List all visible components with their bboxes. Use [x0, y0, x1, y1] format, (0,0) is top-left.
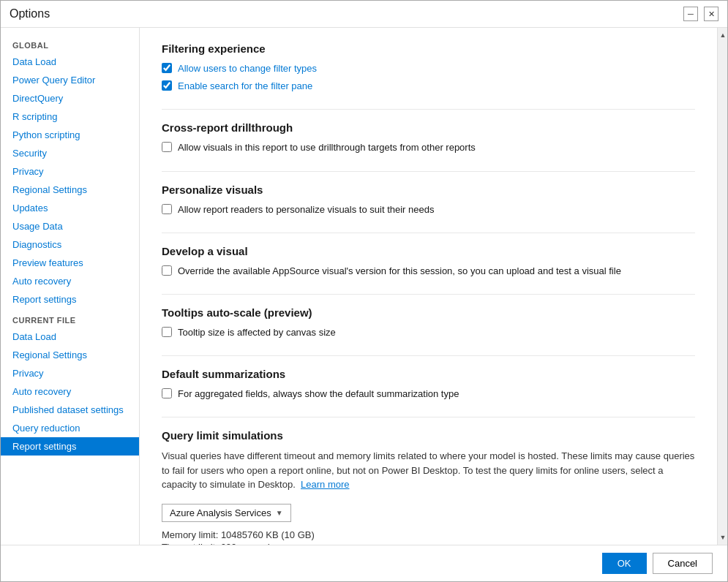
checkbox-label-tooltip-canvas: Tooltip size is affected by canvas size [178, 326, 336, 339]
options-window: Options ─ ✕ GLOBAL Data Load Power Query… [0, 0, 728, 582]
sidebar-item-updates[interactable]: Updates [1, 199, 139, 217]
cross-report-drillthrough-title: Cross-report drillthrough [162, 121, 695, 134]
sidebar-item-python-scripting[interactable]: Python scripting [1, 126, 139, 144]
divider-2 [162, 171, 695, 172]
query-limit-title: Query limit simulations [162, 429, 695, 442]
divider-5 [162, 355, 695, 356]
section-query-limit: Query limit simulations Visual queries h… [162, 429, 695, 545]
checkbox-label-allow-filter-types: Allow users to change filter types [178, 62, 317, 75]
section-filtering-experience: Filtering experience Allow users to chan… [162, 42, 695, 93]
sidebar-item-power-query-editor[interactable]: Power Query Editor [1, 71, 139, 89]
section-develop-visual: Develop a visual Override the available … [162, 245, 695, 278]
checkbox-develop-visual[interactable] [162, 265, 172, 276]
global-section-label: GLOBAL [1, 34, 139, 53]
window-title: Options [10, 7, 50, 20]
sidebar-item-security[interactable]: Security [1, 144, 139, 162]
checkbox-label-personalize: Allow report readers to personalize visu… [178, 203, 434, 216]
sidebar-item-cf-regional-settings[interactable]: Regional Settings [1, 346, 139, 364]
checkbox-personalize[interactable] [162, 204, 172, 214]
sidebar-item-usage-data[interactable]: Usage Data [1, 217, 139, 235]
checkbox-enable-search-filter[interactable] [162, 80, 172, 91]
sidebar-item-report-settings[interactable]: Report settings [1, 290, 139, 309]
checkbox-row-drillthrough: Allow visuals in this report to use dril… [162, 141, 695, 154]
default-summarizations-title: Default summarizations [162, 368, 695, 380]
cancel-button[interactable]: Cancel [653, 553, 713, 574]
personalize-visuals-title: Personalize visuals [162, 184, 695, 196]
checkbox-row-allow-filter-types: Allow users to change filter types [162, 62, 695, 75]
checkbox-tooltip-canvas[interactable] [162, 327, 172, 337]
checkbox-label-develop-visual: Override the available AppSource visual'… [178, 265, 621, 278]
query-limit-description: Visual queries have different timeout an… [162, 449, 695, 492]
sidebar-item-privacy[interactable]: Privacy [1, 162, 139, 181]
checkbox-label-drillthrough: Allow visuals in this report to use dril… [178, 141, 476, 154]
section-personalize-visuals: Personalize visuals Allow report readers… [162, 184, 695, 216]
checkbox-label-enable-search-filter: Enable search for the filter pane [178, 80, 312, 93]
checkbox-allow-filter-types[interactable] [162, 63, 172, 73]
content-area: GLOBAL Data Load Power Query Editor Dire… [1, 28, 727, 545]
sidebar-item-auto-recovery[interactable]: Auto recovery [1, 272, 139, 290]
divider-6 [162, 417, 695, 417]
sidebar-item-preview-features[interactable]: Preview features [1, 254, 139, 272]
checkbox-row-enable-search-filter: Enable search for the filter pane [162, 80, 695, 93]
checkbox-drillthrough[interactable] [162, 142, 172, 152]
divider-1 [162, 109, 695, 110]
checkbox-row-develop-visual: Override the available AppSource visual'… [162, 265, 695, 278]
title-bar: Options ─ ✕ [1, 1, 727, 28]
sidebar-item-regional-settings[interactable]: Regional Settings [1, 181, 139, 199]
sidebar-item-cf-report-settings[interactable]: Report settings [1, 437, 139, 456]
sidebar-item-cf-privacy[interactable]: Privacy [1, 364, 139, 382]
checkbox-row-personalize: Allow report readers to personalize visu… [162, 203, 695, 216]
sidebar-item-diagnostics[interactable]: Diagnostics [1, 235, 139, 254]
learn-more-link[interactable]: Learn more [301, 479, 349, 490]
section-cross-report-drillthrough: Cross-report drillthrough Allow visuals … [162, 121, 695, 154]
divider-3 [162, 233, 695, 233]
current-file-section-label: CURRENT FILE [1, 309, 139, 328]
main-content: Filtering experience Allow users to chan… [140, 28, 717, 545]
scroll-controls: ▲ ▼ [717, 28, 727, 545]
develop-visual-title: Develop a visual [162, 245, 695, 257]
sidebar-item-cf-auto-recovery[interactable]: Auto recovery [1, 382, 139, 401]
minimize-button[interactable]: ─ [683, 7, 698, 21]
tooltips-auto-scale-title: Tooltips auto-scale (preview) [162, 306, 695, 319]
section-tooltips-auto-scale: Tooltips auto-scale (preview) Tooltip si… [162, 306, 695, 339]
footer: OK Cancel [1, 545, 727, 581]
sidebar-item-r-scripting[interactable]: R scripting [1, 107, 139, 126]
main-panel: Filtering experience Allow users to chan… [140, 28, 717, 545]
section-default-summarizations: Default summarizations For aggregated fi… [162, 368, 695, 401]
dropdown-arrow-icon: ▼ [276, 509, 283, 517]
window-controls: ─ ✕ [683, 7, 718, 21]
sidebar-item-cf-query-reduction[interactable]: Query reduction [1, 419, 139, 437]
sidebar-item-data-load[interactable]: Data Load [1, 53, 139, 71]
checkbox-row-tooltip-canvas: Tooltip size is affected by canvas size [162, 326, 695, 339]
azure-analysis-services-dropdown[interactable]: Azure Analysis Services ▼ [162, 504, 291, 522]
scroll-down-button[interactable]: ▼ [718, 532, 727, 543]
checkbox-row-summarization: For aggregated fields, always show the d… [162, 388, 695, 401]
dropdown-selected-value: Azure Analysis Services [170, 507, 271, 518]
divider-4 [162, 294, 695, 295]
scroll-up-button[interactable]: ▲ [718, 29, 727, 41]
memory-limit-text: Memory limit: 10485760 KB (10 GB) [162, 529, 695, 540]
ok-button[interactable]: OK [602, 553, 647, 574]
checkbox-label-summarization: For aggregated fields, always show the d… [178, 388, 459, 401]
sidebar-item-cf-data-load[interactable]: Data Load [1, 328, 139, 346]
sidebar-item-cf-published-dataset[interactable]: Published dataset settings [1, 401, 139, 419]
sidebar: GLOBAL Data Load Power Query Editor Dire… [1, 28, 140, 545]
close-button[interactable]: ✕ [704, 7, 718, 21]
filtering-experience-title: Filtering experience [162, 42, 695, 55]
sidebar-item-directquery[interactable]: DirectQuery [1, 89, 139, 107]
checkbox-summarization[interactable] [162, 388, 172, 398]
